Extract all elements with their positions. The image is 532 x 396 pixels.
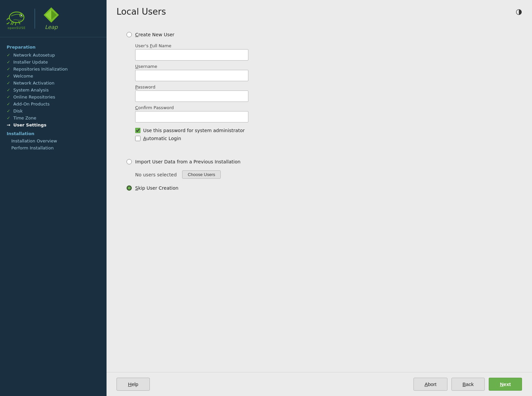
use-password-admin-checkbox[interactable] (135, 128, 140, 133)
sidebar-item-network-autosetup[interactable]: ✓ Network Autosetup (0, 52, 107, 59)
page-title: Local Users (117, 7, 166, 17)
confirm-password-field-group: Confirm Password (135, 105, 512, 122)
sidebar-item-time-zone[interactable]: ✓ Time Zone (0, 114, 107, 121)
arrow-icon: → (7, 122, 11, 127)
sidebar-item-label: Online Repositories (13, 95, 55, 99)
password-input[interactable] (135, 91, 248, 102)
check-icon: ✓ (7, 108, 11, 113)
logo-divider (35, 9, 35, 29)
check-icon: ✓ (7, 53, 11, 58)
footer-right: Abort Back Next (413, 378, 522, 391)
help-button[interactable]: Help (117, 378, 150, 391)
sidebar: openSUSE Leap Preparation ✓ Network Auto… (0, 0, 107, 396)
import-sub-section: No users selected Choose Users (135, 170, 512, 179)
sidebar-item-label: Network Autosetup (13, 53, 55, 58)
check-icon: ✓ (7, 74, 11, 79)
sidebar-item-label: Repositories Initialization (13, 67, 68, 72)
sidebar-item-online-repositories[interactable]: ✓ Online Repositories (0, 94, 107, 100)
leap-text: Leap (45, 24, 58, 30)
back-button[interactable]: Back (451, 378, 485, 391)
sidebar-item-addon-products[interactable]: ✓ Add-On Products (0, 100, 107, 107)
automatic-login-checkbox[interactable] (135, 136, 140, 141)
sidebar-item-label: Perform Installation (11, 145, 54, 150)
check-icon: ✓ (7, 67, 11, 72)
main-content: Local Users ◑ Create New User User's Ful… (107, 0, 532, 396)
sidebar-item-installation-overview[interactable]: Installation Overview (0, 137, 107, 144)
full-name-field-group: User's Full Name (135, 43, 512, 61)
sidebar-item-welcome[interactable]: ✓ Welcome (0, 73, 107, 80)
sidebar-item-label: Disk (13, 108, 23, 113)
import-user-data-radio[interactable] (127, 159, 132, 164)
theme-toggle-button[interactable]: ◑ (516, 7, 522, 16)
main-footer: Help Abort Back Next (107, 372, 532, 396)
sidebar-item-label: System Analysis (13, 88, 49, 93)
check-icon: ✓ (7, 101, 11, 106)
create-new-user-fields: User's Full Name Username Password Confi… (135, 43, 512, 122)
sidebar-item-network-activation[interactable]: ✓ Network Activation (0, 80, 107, 87)
sidebar-item-installer-update[interactable]: ✓ Installer Update (0, 59, 107, 66)
create-new-user-label: Create New User (135, 32, 174, 37)
create-new-user-radio[interactable] (127, 32, 132, 37)
skip-user-creation-radio[interactable] (127, 185, 132, 191)
confirm-password-label: Confirm Password (135, 105, 512, 110)
checkbox-group: Use this password for system administrat… (135, 128, 512, 141)
username-field-group: Username (135, 64, 512, 81)
sidebar-item-label: User Settings (13, 122, 46, 127)
installation-section-title: Installation (0, 128, 107, 137)
use-password-admin-label: Use this password for system administrat… (143, 128, 245, 133)
confirm-password-input[interactable] (135, 111, 248, 122)
preparation-section-title: Preparation (0, 43, 107, 52)
import-user-data-radio-label[interactable]: Import User Data from a Previous Install… (127, 159, 512, 164)
main-body: Create New User User's Full Name Usernam… (107, 22, 532, 372)
sidebar-item-user-settings[interactable]: → User Settings (0, 121, 107, 128)
sidebar-navigation: Preparation ✓ Network Autosetup ✓ Instal… (0, 37, 107, 396)
choose-users-button[interactable]: Choose Users (182, 170, 221, 179)
footer-left: Help (117, 378, 150, 391)
check-icon: ✓ (7, 60, 11, 65)
sidebar-item-label: Network Activation (13, 81, 55, 86)
next-button[interactable]: Next (489, 378, 522, 391)
import-user-data-section: Import User Data from a Previous Install… (127, 159, 512, 179)
no-users-text: No users selected (135, 172, 177, 177)
check-icon: ✓ (7, 88, 11, 93)
skip-user-creation-radio-label[interactable]: Skip User Creation (127, 185, 512, 191)
sidebar-item-label: Installation Overview (11, 138, 57, 143)
abort-button[interactable]: Abort (413, 378, 447, 391)
sidebar-logo: openSUSE Leap (0, 0, 107, 37)
check-icon: ✓ (7, 115, 11, 120)
skip-user-creation-section: Skip User Creation (127, 185, 512, 197)
create-new-user-section: Create New User User's Full Name Usernam… (127, 32, 512, 149)
sidebar-item-system-analysis[interactable]: ✓ System Analysis (0, 87, 107, 94)
sidebar-item-label: Add-On Products (13, 101, 50, 106)
sidebar-item-perform-installation[interactable]: Perform Installation (0, 144, 107, 151)
sidebar-item-label: Time Zone (13, 115, 36, 120)
username-input[interactable] (135, 70, 248, 81)
password-label: Password (135, 85, 512, 90)
automatic-login-label: Automatic Login (143, 136, 181, 141)
sidebar-item-repositories-init[interactable]: ✓ Repositories Initialization (0, 66, 107, 73)
sidebar-item-label: Welcome (13, 74, 33, 79)
sidebar-item-label: Installer Update (13, 60, 48, 65)
check-icon: ✓ (7, 81, 11, 86)
password-field-group: Password (135, 85, 512, 102)
opensuse-logo: openSUSE (7, 7, 27, 30)
opensuse-text: openSUSE (8, 26, 26, 30)
sidebar-item-disk[interactable]: ✓ Disk (0, 107, 107, 114)
leap-logo: Leap (43, 7, 60, 30)
create-new-user-radio-label[interactable]: Create New User (127, 32, 512, 37)
use-password-admin-checkbox-label[interactable]: Use this password for system administrat… (135, 128, 512, 133)
automatic-login-checkbox-label[interactable]: Automatic Login (135, 136, 512, 141)
skip-user-creation-label: Skip User Creation (135, 185, 178, 191)
import-user-data-label: Import User Data from a Previous Install… (135, 159, 240, 164)
check-icon: ✓ (7, 95, 11, 99)
full-name-input[interactable] (135, 49, 248, 61)
full-name-label: User's Full Name (135, 43, 512, 48)
main-header: Local Users ◑ (107, 0, 532, 22)
username-label: Username (135, 64, 512, 69)
